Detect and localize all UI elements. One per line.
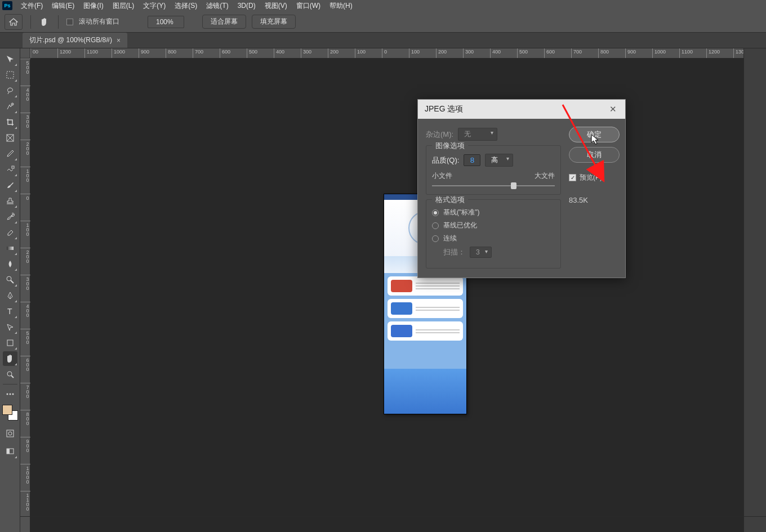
toolbox: T bbox=[0, 48, 20, 532]
gradient-tool-icon[interactable] bbox=[3, 241, 17, 256]
crop-tool-icon[interactable] bbox=[3, 115, 17, 129]
svg-point-11 bbox=[12, 394, 14, 395]
quality-slider[interactable] bbox=[432, 185, 555, 186]
svg-rect-0 bbox=[7, 71, 14, 78]
format-options-group: 格式选项 基线("标准") 基线已优化 连续 bbox=[426, 199, 561, 269]
document-tabs: 切片.psd @ 100%(RGB/8#) × bbox=[0, 33, 766, 48]
preview-label: 预览(P) bbox=[580, 173, 602, 182]
matte-label: 杂边(M): bbox=[426, 129, 453, 140]
healing-tool-icon[interactable] bbox=[3, 162, 17, 177]
file-size-label: 83.5K bbox=[569, 196, 620, 204]
move-tool-icon[interactable] bbox=[3, 52, 17, 66]
fit-screen-button[interactable]: 适合屏幕 bbox=[202, 15, 246, 29]
dodge-tool-icon[interactable] bbox=[3, 272, 17, 287]
radio-icon[interactable] bbox=[432, 209, 439, 216]
edit-toolbar-icon[interactable] bbox=[3, 387, 17, 401]
menu-layer[interactable]: 图层(L) bbox=[109, 0, 139, 12]
eraser-tool-icon[interactable] bbox=[3, 225, 17, 240]
svg-point-10 bbox=[9, 394, 11, 395]
dialog-titlebar[interactable]: JPEG 选项 ✕ bbox=[418, 100, 625, 119]
svg-point-13 bbox=[8, 432, 12, 435]
close-tab-icon[interactable]: × bbox=[117, 37, 121, 44]
radio-icon[interactable] bbox=[432, 222, 439, 229]
menu-type[interactable]: 文字(Y) bbox=[139, 0, 170, 12]
svg-rect-4 bbox=[7, 247, 14, 250]
right-panel-collapsed[interactable] bbox=[743, 48, 766, 532]
vertical-ruler[interactable]: 5004003002001000100200300400500600700800… bbox=[20, 59, 30, 532]
scroll-all-label: 滚动所有窗口 bbox=[79, 17, 119, 26]
eyedropper-tool-icon[interactable] bbox=[3, 146, 17, 161]
marquee-tool-icon[interactable] bbox=[3, 68, 17, 82]
screenmode-icon[interactable] bbox=[3, 444, 17, 459]
menu-filter[interactable]: 滤镜(T) bbox=[202, 0, 232, 12]
zoom-tool-icon[interactable] bbox=[3, 367, 17, 382]
frame-tool-icon[interactable] bbox=[3, 131, 17, 145]
svg-rect-12 bbox=[7, 430, 14, 437]
shape-tool-icon[interactable] bbox=[3, 336, 17, 350]
format-options-legend: 格式选项 bbox=[432, 195, 468, 205]
menu-image[interactable]: 图像(I) bbox=[79, 0, 107, 12]
cancel-button[interactable]: 取消 bbox=[569, 147, 620, 163]
radio-baseline-standard[interactable]: 基线("标准") bbox=[432, 208, 555, 217]
home-button[interactable] bbox=[5, 14, 23, 30]
menu-view[interactable]: 视图(V) bbox=[261, 0, 291, 12]
ruler-origin[interactable] bbox=[20, 48, 30, 59]
quality-label: 品质(Q): bbox=[432, 155, 459, 166]
large-file-label: 大文件 bbox=[535, 171, 555, 181]
matte-select: 无 bbox=[458, 128, 497, 141]
blur-tool-icon[interactable] bbox=[3, 257, 17, 271]
quality-level-select[interactable]: 高 bbox=[485, 154, 513, 167]
small-file-label: 小文件 bbox=[432, 171, 452, 181]
history-brush-tool-icon[interactable] bbox=[3, 209, 17, 224]
quick-select-tool-icon[interactable] bbox=[3, 99, 17, 114]
close-dialog-icon[interactable]: ✕ bbox=[607, 104, 618, 115]
scroll-all-checkbox[interactable] bbox=[66, 19, 73, 25]
horizontal-ruler[interactable]: 0012001100100090080070060050040030020010… bbox=[30, 48, 766, 59]
foreground-color[interactable] bbox=[2, 405, 12, 415]
quickmask-icon[interactable] bbox=[3, 426, 17, 441]
app-logo-icon bbox=[2, 1, 12, 10]
svg-point-5 bbox=[7, 276, 11, 281]
zoom-select[interactable]: 100% bbox=[148, 16, 184, 28]
svg-rect-15 bbox=[7, 449, 10, 454]
hand-tool-toolbox-icon[interactable] bbox=[3, 351, 17, 366]
scans-label: 扫描： bbox=[443, 247, 465, 257]
path-select-tool-icon[interactable] bbox=[3, 320, 17, 334]
lasso-tool-icon[interactable] bbox=[3, 83, 17, 98]
menu-help[interactable]: 帮助(H) bbox=[326, 0, 357, 12]
menu-bar: 文件(F) 编辑(E) 图像(I) 图层(L) 文字(Y) 选择(S) 滤镜(T… bbox=[0, 0, 766, 11]
jpeg-options-dialog: JPEG 选项 ✕ 杂边(M): 无 图像选项 品质(Q): 高 bbox=[417, 99, 626, 278]
preview-checkbox[interactable]: ✓ bbox=[569, 174, 576, 181]
preview-checkbox-row[interactable]: ✓ 预览(P) bbox=[569, 173, 620, 182]
document-tab-title: 切片.psd @ 100%(RGB/8#) bbox=[29, 35, 112, 45]
svg-point-8 bbox=[7, 372, 12, 376]
svg-rect-7 bbox=[7, 340, 13, 346]
svg-point-9 bbox=[6, 394, 8, 395]
mouse-cursor-icon bbox=[591, 134, 600, 145]
canvas-area[interactable]: 0012001100100090080070060050040030020010… bbox=[20, 48, 766, 532]
radio-baseline-optimized[interactable]: 基线已优化 bbox=[432, 221, 555, 230]
radio-icon[interactable] bbox=[432, 235, 439, 242]
stamp-tool-icon[interactable] bbox=[3, 194, 17, 208]
image-options-group: 图像选项 品质(Q): 高 小文件 大文件 bbox=[426, 145, 561, 195]
menu-select[interactable]: 选择(S) bbox=[171, 0, 201, 12]
fill-screen-button[interactable]: 填充屏幕 bbox=[252, 15, 296, 29]
image-options-legend: 图像选项 bbox=[432, 141, 468, 151]
hand-tool-icon[interactable] bbox=[39, 16, 50, 28]
color-swatches[interactable] bbox=[2, 405, 18, 421]
menu-3d[interactable]: 3D(D) bbox=[234, 1, 260, 11]
document-tab[interactable]: 切片.psd @ 100%(RGB/8#) × bbox=[23, 33, 127, 48]
dialog-title: JPEG 选项 bbox=[425, 104, 463, 114]
menu-edit[interactable]: 编辑(E) bbox=[48, 0, 78, 12]
type-tool-icon[interactable]: T bbox=[3, 304, 17, 319]
brush-tool-icon[interactable] bbox=[3, 178, 17, 193]
svg-rect-3 bbox=[12, 166, 14, 168]
svg-text:T: T bbox=[7, 307, 12, 316]
radio-progressive[interactable]: 连续 bbox=[432, 234, 555, 243]
menu-file[interactable]: 文件(F) bbox=[17, 0, 47, 12]
quality-input[interactable] bbox=[464, 154, 480, 166]
scans-select: 3 bbox=[470, 247, 492, 258]
pen-tool-icon[interactable] bbox=[3, 288, 17, 303]
options-bar: 滚动所有窗口 100% 适合屏幕 填充屏幕 bbox=[0, 11, 766, 33]
menu-window[interactable]: 窗口(W) bbox=[292, 0, 324, 12]
